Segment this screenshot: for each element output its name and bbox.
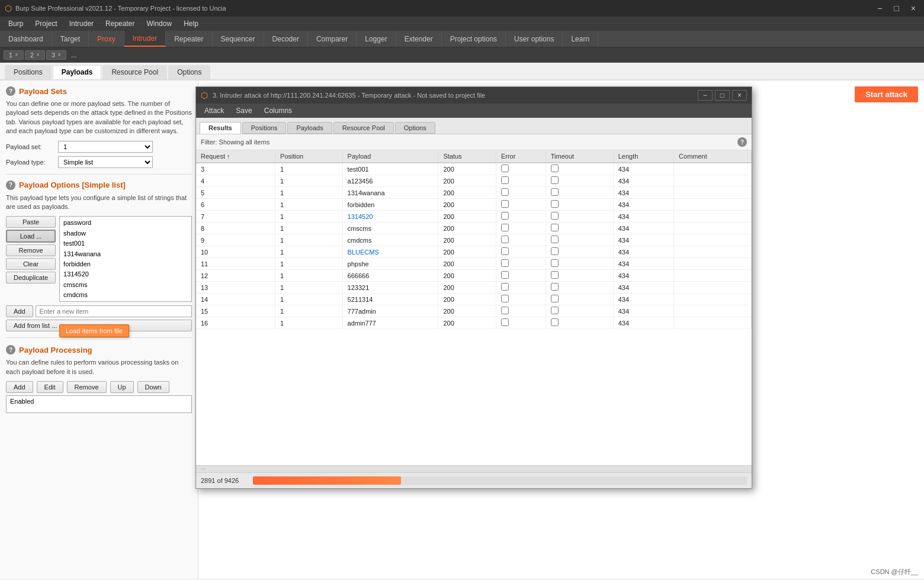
table-row[interactable]: 6 1 forbidden 200 434 — [196, 199, 752, 211]
cell-timeout — [546, 305, 613, 317]
deduplicate-button[interactable]: Deduplicate — [6, 272, 56, 283]
tab-intruder[interactable]: Intruder — [124, 31, 166, 47]
attack-menu-attack[interactable]: Attack — [200, 105, 229, 116]
attack-tab-options[interactable]: Options — [395, 122, 435, 134]
more-tabs[interactable]: ... — [68, 51, 81, 59]
attack-tab-resource-pool[interactable]: Resource Pool — [333, 122, 394, 134]
menu-project[interactable]: Project — [29, 18, 63, 29]
close-tab-1-icon[interactable]: × — [15, 51, 18, 58]
close-button[interactable]: × — [907, 2, 919, 14]
payload-link[interactable]: 1314520 — [348, 213, 373, 220]
tab-user-options[interactable]: User options — [506, 31, 563, 47]
number-tab-2[interactable]: 2 × — [25, 50, 45, 60]
attack-tab-payloads[interactable]: Payloads — [287, 122, 332, 134]
table-row[interactable]: 3 1 test001 200 434 — [196, 163, 752, 175]
tab-learn[interactable]: Learn — [563, 31, 598, 47]
attack-maximize-button[interactable]: □ — [715, 90, 730, 101]
tab-repeater[interactable]: Repeater — [166, 31, 212, 47]
remove-button[interactable]: Remove — [6, 244, 56, 256]
col-status[interactable]: Status — [438, 150, 496, 163]
payload-sets-help-icon[interactable]: ? — [6, 86, 15, 96]
menu-intruder[interactable]: Intruder — [63, 18, 100, 29]
processing-down-button[interactable]: Down — [137, 381, 169, 393]
table-row[interactable]: 12 1 666666 200 434 — [196, 270, 752, 282]
tab-comparer[interactable]: Comparer — [308, 31, 357, 47]
tab-dashboard[interactable]: Dashboard — [0, 31, 52, 47]
processing-remove-button[interactable]: Remove — [67, 381, 107, 393]
payload-processing-title: Payload Processing — [19, 346, 92, 355]
menu-help[interactable]: Help — [178, 18, 204, 29]
attack-menu-save[interactable]: Save — [231, 105, 256, 116]
payload-processing-help-icon[interactable]: ? — [6, 345, 15, 355]
tab-positions[interactable]: Positions — [5, 65, 52, 79]
attack-tab-results[interactable]: Results — [200, 122, 241, 134]
payload-list-container: Paste Load ... Remove Clear Deduplicate … — [6, 216, 192, 302]
payload-options-help-icon[interactable]: ? — [6, 181, 15, 190]
filter-help-icon[interactable]: ? — [737, 137, 747, 147]
table-row[interactable]: 5 1 1314wanana 200 434 — [196, 187, 752, 199]
cell-payload[interactable]: 1314520 — [342, 211, 438, 223]
attack-minimize-button[interactable]: − — [698, 90, 713, 101]
maximize-button[interactable]: □ — [890, 2, 902, 14]
number-tab-3[interactable]: 3 × — [46, 50, 66, 60]
attack-tab-positions[interactable]: Positions — [242, 122, 287, 134]
title-bar-left: ⬡ Burp Suite Professional v2021.12 - Tem… — [5, 4, 226, 13]
clear-button[interactable]: Clear — [6, 258, 56, 270]
paste-button[interactable]: Paste — [6, 216, 56, 228]
tab-payloads[interactable]: Payloads — [53, 65, 102, 79]
table-row[interactable]: 8 1 cmscms 200 434 — [196, 223, 752, 234]
table-row[interactable]: 15 1 777admin 200 434 — [196, 305, 752, 317]
col-timeout[interactable]: Timeout — [546, 150, 613, 163]
horizontal-scrollbar[interactable]: ··· — [196, 465, 752, 472]
results-table-container[interactable]: Request ↑ Position Payload Status Error … — [196, 150, 752, 465]
payload-link[interactable]: BLUECMS — [348, 249, 379, 256]
attack-menu-columns[interactable]: Columns — [259, 105, 297, 116]
tab-target[interactable]: Target — [52, 31, 89, 47]
attack-close-button[interactable]: × — [732, 90, 747, 101]
table-row[interactable]: 16 1 admin777 200 434 — [196, 317, 752, 329]
add-button[interactable]: Add — [6, 305, 33, 317]
close-tab-3-icon[interactable]: × — [57, 51, 61, 58]
add-item-input[interactable] — [36, 305, 192, 317]
tab-project-options[interactable]: Project options — [442, 31, 506, 47]
cell-timeout — [546, 246, 613, 258]
cell-error — [496, 246, 546, 258]
table-row[interactable]: 14 1 5211314 200 434 — [196, 294, 752, 305]
cell-payload[interactable]: BLUECMS — [342, 246, 438, 258]
tab-options[interactable]: Options — [168, 65, 210, 79]
cell-payload: 666666 — [342, 270, 438, 282]
processing-edit-button[interactable]: Edit — [37, 381, 63, 393]
number-tab-1[interactable]: 1 × — [4, 50, 24, 60]
menu-burp[interactable]: Burp — [2, 18, 29, 29]
minimize-button[interactable]: − — [874, 2, 886, 14]
tab-decoder[interactable]: Decoder — [264, 31, 308, 47]
cell-error — [496, 258, 546, 270]
tab-extender[interactable]: Extender — [396, 31, 442, 47]
tab-resource-pool[interactable]: Resource Pool — [102, 65, 167, 79]
load-button[interactable]: Load ... — [6, 230, 56, 243]
table-row[interactable]: 13 1 123321 200 434 — [196, 282, 752, 294]
processing-up-button[interactable]: Up — [110, 381, 134, 393]
payload-type-select[interactable]: Simple list Runtime file Custom iterator — [58, 156, 153, 168]
col-position[interactable]: Position — [275, 150, 343, 163]
col-length[interactable]: Length — [613, 150, 673, 163]
menu-repeater[interactable]: Repeater — [100, 18, 140, 29]
tab-logger[interactable]: Logger — [357, 31, 396, 47]
tab-sequencer[interactable]: Sequencer — [213, 31, 264, 47]
col-comment[interactable]: Comment — [674, 150, 752, 163]
col-request[interactable]: Request ↑ — [196, 150, 275, 163]
col-error[interactable]: Error — [496, 150, 546, 163]
menu-window[interactable]: Window — [140, 18, 178, 29]
table-row[interactable]: 10 1 BLUECMS 200 434 — [196, 246, 752, 258]
close-tab-2-icon[interactable]: × — [36, 51, 40, 58]
payload-set-select[interactable]: 1 2 — [58, 141, 153, 153]
tab-proxy[interactable]: Proxy — [89, 31, 124, 47]
table-row[interactable]: 7 1 1314520 200 434 — [196, 211, 752, 223]
cell-length: 434 — [613, 223, 673, 234]
table-row[interactable]: 4 1 a123456 200 434 — [196, 175, 752, 187]
table-row[interactable]: 11 1 phpshe 200 434 — [196, 258, 752, 270]
col-payload[interactable]: Payload — [342, 150, 438, 163]
processing-add-button[interactable]: Add — [6, 381, 33, 393]
start-attack-button[interactable]: Start attack — [855, 86, 918, 102]
table-row[interactable]: 9 1 cmdcms 200 434 — [196, 234, 752, 246]
